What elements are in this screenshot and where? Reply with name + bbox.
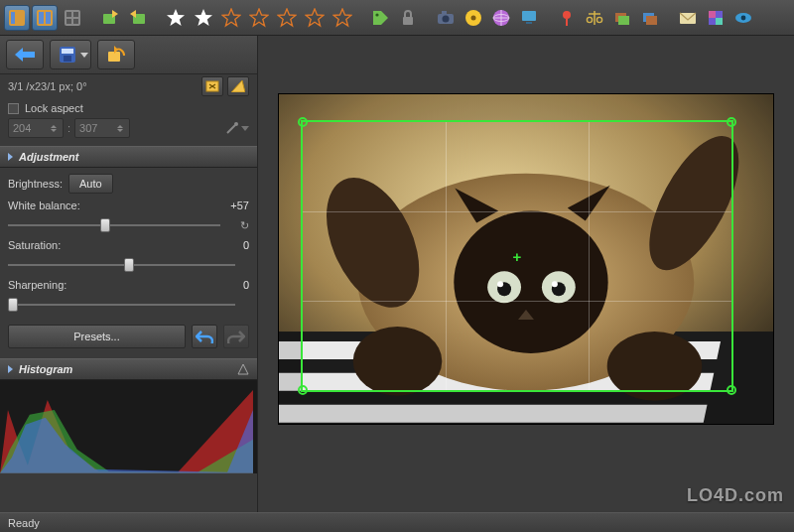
svg-rect-3	[39, 12, 44, 24]
status-bar: Ready	[0, 512, 794, 532]
undo-button[interactable]	[192, 325, 217, 348]
dimension-separator: :	[67, 122, 70, 134]
svg-marker-45	[15, 48, 35, 62]
image-in-icon[interactable]	[125, 5, 151, 31]
layers-2-icon[interactable]	[637, 5, 663, 31]
svg-point-21	[375, 13, 378, 16]
sharpening-value: 0	[243, 279, 249, 291]
globe-icon[interactable]	[488, 5, 514, 31]
histogram-section-header[interactable]: Histogram	[0, 358, 257, 380]
svg-rect-1	[11, 12, 15, 24]
view-dual-icon[interactable]	[32, 5, 58, 31]
mail-icon[interactable]	[675, 5, 701, 31]
svg-point-24	[443, 15, 450, 22]
back-button[interactable]	[6, 40, 44, 69]
star-filled-icon[interactable]	[163, 5, 189, 31]
white-balance-slider[interactable]	[8, 217, 234, 233]
svg-marker-17	[250, 9, 268, 26]
monitor-icon[interactable]	[516, 5, 542, 31]
brightness-auto-button[interactable]: Auto	[68, 174, 113, 194]
svg-rect-4	[46, 12, 51, 24]
svg-marker-18	[278, 9, 296, 26]
svg-rect-25	[442, 11, 447, 14]
disclosure-triangle-icon	[8, 365, 13, 373]
svg-rect-6	[66, 12, 71, 17]
disclosure-triangle-icon	[8, 153, 13, 161]
crop-handle-br[interactable]	[727, 385, 736, 395]
reset-icon[interactable]: ↻	[240, 219, 249, 232]
star-outline-icon[interactable]	[330, 5, 355, 31]
lock-icon[interactable]	[395, 5, 421, 31]
svg-rect-38	[646, 16, 657, 25]
svg-rect-41	[709, 11, 716, 18]
star-outline-icon[interactable]	[218, 5, 244, 31]
status-text: Ready	[8, 517, 40, 529]
watermark-text: LO4D.com	[687, 485, 784, 506]
chevron-down-icon	[80, 51, 88, 59]
height-input[interactable]: 307	[74, 118, 130, 138]
balance-icon[interactable]	[582, 5, 607, 31]
image-canvas[interactable]: + LO4D.com	[258, 36, 794, 512]
svg-rect-22	[403, 17, 413, 25]
star-outline-icon[interactable]	[274, 5, 300, 31]
disc-icon[interactable]	[461, 5, 486, 31]
spinner-icon[interactable]	[117, 121, 125, 135]
svg-rect-7	[73, 12, 78, 17]
white-balance-label: White balance:	[8, 200, 80, 211]
svg-marker-16	[222, 9, 240, 26]
svg-point-54	[234, 122, 238, 126]
svg-point-44	[741, 15, 746, 20]
presets-button[interactable]: Presets...	[8, 325, 186, 348]
svg-marker-49	[80, 53, 88, 58]
svg-marker-55	[241, 126, 249, 131]
view-grid-icon[interactable]	[60, 5, 85, 31]
saturation-slider[interactable]	[8, 257, 249, 273]
layers-1-icon[interactable]	[609, 5, 635, 31]
swatch-icon[interactable]	[703, 5, 728, 31]
histogram-options-icon[interactable]	[237, 363, 249, 375]
wand-dropdown[interactable]	[225, 121, 249, 135]
image-out-icon[interactable]	[97, 5, 123, 31]
crop-handle-tl[interactable]	[298, 117, 308, 127]
svg-marker-15	[195, 9, 212, 26]
view-browser-icon[interactable]	[4, 5, 30, 31]
svg-marker-14	[167, 9, 185, 26]
star-outline-icon[interactable]	[246, 5, 272, 31]
pin-icon[interactable]	[554, 5, 580, 31]
adjustment-section-header[interactable]: Adjustment	[0, 146, 257, 168]
svg-rect-31	[526, 22, 532, 24]
crop-icon-button[interactable]	[227, 76, 249, 96]
svg-rect-47	[62, 49, 73, 54]
spinner-icon[interactable]	[51, 121, 59, 135]
sharpening-label: Sharpening:	[8, 279, 66, 291]
fit-icon-button[interactable]	[201, 76, 223, 96]
svg-rect-48	[64, 56, 71, 62]
svg-rect-61	[279, 405, 708, 423]
tag-icon[interactable]	[367, 5, 393, 31]
redo-button	[223, 325, 249, 348]
svg-rect-36	[618, 16, 629, 25]
save-button[interactable]	[50, 40, 91, 69]
svg-rect-8	[66, 19, 71, 24]
crop-handle-tr[interactable]	[727, 117, 736, 127]
saturation-label: Saturation:	[8, 239, 61, 251]
width-input[interactable]: 204	[8, 118, 64, 138]
camera-icon[interactable]	[433, 5, 459, 31]
svg-point-32	[563, 11, 571, 19]
star-filled-icon[interactable]	[191, 5, 216, 31]
saturation-value: 0	[243, 239, 249, 251]
svg-point-33	[587, 17, 592, 22]
image-stage[interactable]: +	[278, 93, 774, 425]
main-toolbar	[0, 0, 794, 36]
crop-handle-bl[interactable]	[298, 385, 308, 395]
lock-aspect-checkbox[interactable]	[8, 103, 19, 114]
brightness-label: Brightness:	[8, 178, 63, 190]
svg-point-27	[471, 15, 476, 20]
svg-marker-19	[306, 9, 324, 26]
svg-marker-20	[333, 9, 351, 26]
eye-icon[interactable]	[730, 5, 756, 31]
revert-button[interactable]	[97, 40, 135, 69]
crop-rectangle[interactable]: +	[303, 122, 731, 390]
sharpening-slider[interactable]	[8, 297, 249, 313]
star-outline-icon[interactable]	[302, 5, 328, 31]
